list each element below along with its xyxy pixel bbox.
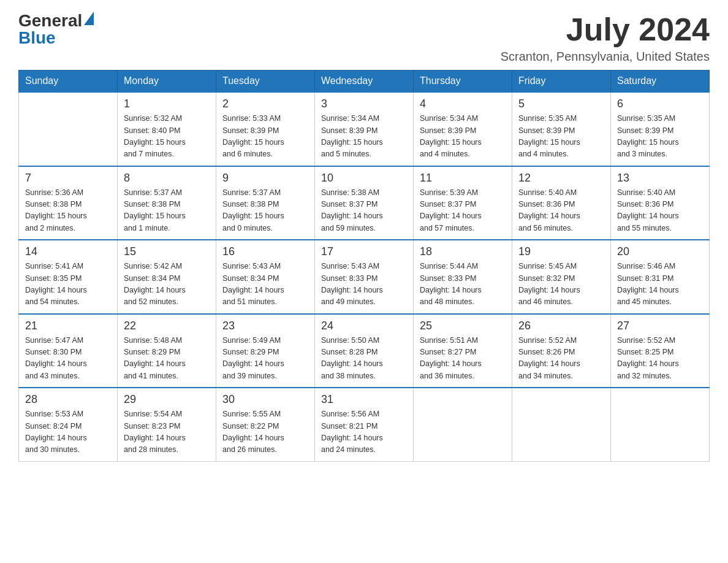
- calendar-table: Sunday Monday Tuesday Wednesday Thursday…: [18, 70, 710, 462]
- day-number: 17: [321, 245, 407, 258]
- calendar-cell: 26Sunrise: 5:52 AMSunset: 8:26 PMDayligh…: [512, 314, 611, 388]
- day-info: Sunrise: 5:45 AMSunset: 8:32 PMDaylight:…: [518, 261, 604, 308]
- calendar-cell: 11Sunrise: 5:39 AMSunset: 8:37 PMDayligh…: [414, 166, 512, 240]
- calendar-cell: [414, 388, 512, 461]
- calendar-cell: 7Sunrise: 5:36 AMSunset: 8:38 PMDaylight…: [19, 166, 118, 240]
- col-wednesday: Wednesday: [315, 71, 414, 93]
- calendar-cell: 1Sunrise: 5:32 AMSunset: 8:40 PMDaylight…: [118, 92, 216, 166]
- day-number: 1: [124, 98, 210, 110]
- day-info: Sunrise: 5:41 AMSunset: 8:35 PMDaylight:…: [25, 261, 111, 308]
- calendar-cell: 10Sunrise: 5:38 AMSunset: 8:37 PMDayligh…: [315, 166, 414, 240]
- day-info: Sunrise: 5:35 AMSunset: 8:39 PMDaylight:…: [617, 113, 703, 161]
- day-number: 8: [124, 172, 210, 185]
- day-number: 11: [420, 172, 506, 185]
- day-info: Sunrise: 5:53 AMSunset: 8:24 PMDaylight:…: [25, 408, 111, 456]
- day-info: Sunrise: 5:37 AMSunset: 8:38 PMDaylight:…: [124, 187, 210, 235]
- day-number: 15: [124, 245, 210, 258]
- day-info: Sunrise: 5:40 AMSunset: 8:36 PMDaylight:…: [518, 187, 604, 235]
- day-info: Sunrise: 5:38 AMSunset: 8:37 PMDaylight:…: [321, 187, 407, 235]
- calendar-cell: 12Sunrise: 5:40 AMSunset: 8:36 PMDayligh…: [512, 166, 611, 240]
- day-info: Sunrise: 5:37 AMSunset: 8:38 PMDaylight:…: [222, 187, 308, 235]
- title-section: July 2024 Scranton, Pennsylvania, United…: [501, 12, 710, 64]
- month-year-title: July 2024: [501, 12, 710, 47]
- calendar-cell: 18Sunrise: 5:44 AMSunset: 8:33 PMDayligh…: [414, 240, 512, 314]
- day-info: Sunrise: 5:35 AMSunset: 8:39 PMDaylight:…: [518, 113, 604, 161]
- day-number: 30: [222, 393, 308, 406]
- col-friday: Friday: [512, 71, 611, 93]
- calendar-cell: 2Sunrise: 5:33 AMSunset: 8:39 PMDaylight…: [216, 92, 315, 166]
- calendar-cell: 27Sunrise: 5:52 AMSunset: 8:25 PMDayligh…: [611, 314, 710, 388]
- calendar-cell: 15Sunrise: 5:42 AMSunset: 8:34 PMDayligh…: [118, 240, 216, 314]
- week-row-3: 14Sunrise: 5:41 AMSunset: 8:35 PMDayligh…: [19, 240, 710, 314]
- logo: General Blue: [18, 12, 94, 47]
- day-number: 27: [617, 320, 703, 332]
- day-info: Sunrise: 5:32 AMSunset: 8:40 PMDaylight:…: [124, 113, 210, 161]
- calendar-cell: 6Sunrise: 5:35 AMSunset: 8:39 PMDaylight…: [611, 92, 710, 166]
- day-number: 13: [617, 172, 703, 185]
- calendar-cell: 9Sunrise: 5:37 AMSunset: 8:38 PMDaylight…: [216, 166, 315, 240]
- calendar-cell: 19Sunrise: 5:45 AMSunset: 8:32 PMDayligh…: [512, 240, 611, 314]
- week-row-5: 28Sunrise: 5:53 AMSunset: 8:24 PMDayligh…: [19, 388, 710, 461]
- calendar-cell: 25Sunrise: 5:51 AMSunset: 8:27 PMDayligh…: [414, 314, 512, 388]
- logo-blue-text: Blue: [18, 29, 56, 47]
- day-info: Sunrise: 5:33 AMSunset: 8:39 PMDaylight:…: [222, 113, 308, 161]
- day-info: Sunrise: 5:43 AMSunset: 8:34 PMDaylight:…: [222, 261, 308, 308]
- calendar-cell: 13Sunrise: 5:40 AMSunset: 8:36 PMDayligh…: [611, 166, 710, 240]
- calendar-cell: 29Sunrise: 5:54 AMSunset: 8:23 PMDayligh…: [118, 388, 216, 461]
- week-row-4: 21Sunrise: 5:47 AMSunset: 8:30 PMDayligh…: [19, 314, 710, 388]
- col-monday: Monday: [118, 71, 216, 93]
- day-number: 29: [124, 393, 210, 406]
- day-info: Sunrise: 5:43 AMSunset: 8:33 PMDaylight:…: [321, 261, 407, 308]
- day-info: Sunrise: 5:52 AMSunset: 8:26 PMDaylight:…: [518, 335, 604, 383]
- calendar-cell: 14Sunrise: 5:41 AMSunset: 8:35 PMDayligh…: [19, 240, 118, 314]
- day-number: 12: [518, 172, 604, 185]
- day-info: Sunrise: 5:39 AMSunset: 8:37 PMDaylight:…: [420, 187, 506, 235]
- week-row-1: 1Sunrise: 5:32 AMSunset: 8:40 PMDaylight…: [19, 92, 710, 166]
- day-info: Sunrise: 5:42 AMSunset: 8:34 PMDaylight:…: [124, 261, 210, 308]
- day-info: Sunrise: 5:40 AMSunset: 8:36 PMDaylight:…: [617, 187, 703, 235]
- day-number: 22: [124, 320, 210, 332]
- calendar-cell: 8Sunrise: 5:37 AMSunset: 8:38 PMDaylight…: [118, 166, 216, 240]
- day-info: Sunrise: 5:46 AMSunset: 8:31 PMDaylight:…: [617, 261, 703, 308]
- calendar-cell: 4Sunrise: 5:34 AMSunset: 8:39 PMDaylight…: [414, 92, 512, 166]
- col-saturday: Saturday: [611, 71, 710, 93]
- col-tuesday: Tuesday: [216, 71, 315, 93]
- calendar-cell: [512, 388, 611, 461]
- day-number: 10: [321, 172, 407, 185]
- day-number: 5: [518, 98, 604, 110]
- day-number: 19: [518, 245, 604, 258]
- day-number: 28: [25, 393, 111, 406]
- day-info: Sunrise: 5:52 AMSunset: 8:25 PMDaylight:…: [617, 335, 703, 383]
- day-number: 9: [222, 172, 308, 185]
- day-info: Sunrise: 5:47 AMSunset: 8:30 PMDaylight:…: [25, 335, 111, 383]
- calendar-header-row: Sunday Monday Tuesday Wednesday Thursday…: [19, 71, 710, 93]
- day-number: 16: [222, 245, 308, 258]
- day-number: 6: [617, 98, 703, 110]
- day-info: Sunrise: 5:51 AMSunset: 8:27 PMDaylight:…: [420, 335, 506, 383]
- calendar-cell: 20Sunrise: 5:46 AMSunset: 8:31 PMDayligh…: [611, 240, 710, 314]
- day-number: 20: [617, 245, 703, 258]
- logo-general-text: General: [18, 12, 82, 29]
- day-number: 21: [25, 320, 111, 332]
- calendar-cell: 16Sunrise: 5:43 AMSunset: 8:34 PMDayligh…: [216, 240, 315, 314]
- day-info: Sunrise: 5:48 AMSunset: 8:29 PMDaylight:…: [124, 335, 210, 383]
- calendar-cell: [19, 92, 118, 166]
- day-number: 23: [222, 320, 308, 332]
- page-header: General Blue July 2024 Scranton, Pennsyl…: [18, 12, 710, 64]
- day-number: 18: [420, 245, 506, 258]
- day-info: Sunrise: 5:36 AMSunset: 8:38 PMDaylight:…: [25, 187, 111, 235]
- day-info: Sunrise: 5:55 AMSunset: 8:22 PMDaylight:…: [222, 408, 308, 456]
- day-number: 4: [420, 98, 506, 110]
- col-thursday: Thursday: [414, 71, 512, 93]
- week-row-2: 7Sunrise: 5:36 AMSunset: 8:38 PMDaylight…: [19, 166, 710, 240]
- calendar-cell: 21Sunrise: 5:47 AMSunset: 8:30 PMDayligh…: [19, 314, 118, 388]
- calendar-cell: 24Sunrise: 5:50 AMSunset: 8:28 PMDayligh…: [315, 314, 414, 388]
- calendar-cell: 23Sunrise: 5:49 AMSunset: 8:29 PMDayligh…: [216, 314, 315, 388]
- calendar-cell: 31Sunrise: 5:56 AMSunset: 8:21 PMDayligh…: [315, 388, 414, 461]
- calendar-cell: 28Sunrise: 5:53 AMSunset: 8:24 PMDayligh…: [19, 388, 118, 461]
- calendar-cell: 5Sunrise: 5:35 AMSunset: 8:39 PMDaylight…: [512, 92, 611, 166]
- logo-triangle-icon: [84, 12, 94, 25]
- day-number: 3: [321, 98, 407, 110]
- day-info: Sunrise: 5:34 AMSunset: 8:39 PMDaylight:…: [420, 113, 506, 161]
- day-info: Sunrise: 5:54 AMSunset: 8:23 PMDaylight:…: [124, 408, 210, 456]
